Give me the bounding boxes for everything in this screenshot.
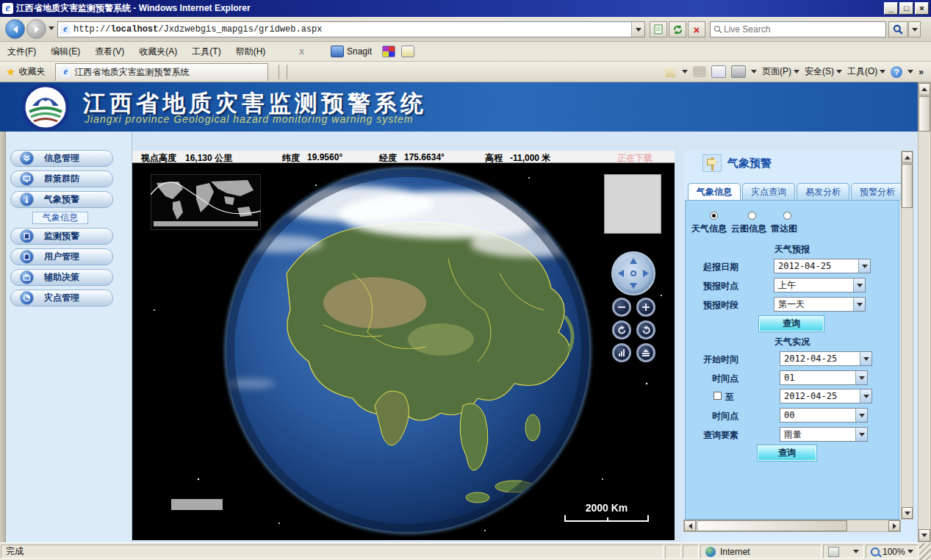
menu-edit[interactable]: 编辑(E)	[43, 43, 87, 61]
combo-arrow-icon[interactable]	[860, 352, 871, 365]
zoom-dropdown[interactable]	[907, 550, 913, 553]
protected-mode-dropdown[interactable]	[853, 550, 859, 553]
forward-button[interactable]	[26, 19, 46, 39]
rss-icon[interactable]	[693, 66, 706, 77]
radio-label-cloud[interactable]: 云图信息	[731, 223, 766, 235]
until-checkbox[interactable]	[713, 392, 722, 400]
search-options-dropdown[interactable]	[908, 21, 921, 37]
pan-down-icon[interactable]	[630, 283, 637, 289]
tilt-bars-button[interactable]	[612, 343, 631, 362]
help-icon[interactable]: ?	[891, 66, 902, 78]
radio-weather-info[interactable]	[710, 212, 718, 220]
home-icon[interactable]	[664, 66, 677, 77]
combo-arrow-icon[interactable]	[855, 371, 867, 384]
query-element-combo[interactable]: 雨量	[780, 427, 868, 442]
pan-right-icon[interactable]	[643, 270, 649, 277]
resize-grip[interactable]	[919, 543, 931, 560]
radio-label-weather[interactable]: 天气信息	[691, 223, 727, 235]
sidebar-subitem-weather-info[interactable]: 气象信息	[32, 212, 88, 224]
favorites-star-icon[interactable]: ★	[6, 65, 15, 79]
page-tab[interactable]: e 江西省地质灾害监测预警系统	[55, 63, 268, 81]
page-vertical-scrollbar[interactable]	[918, 82, 931, 542]
close-button[interactable]: ×	[915, 2, 929, 15]
live-end-hour-combo[interactable]: 00	[780, 408, 868, 423]
combo-arrow-icon[interactable]	[860, 390, 871, 403]
live-end-combo[interactable]: 2012-04-25	[780, 389, 872, 403]
search-input[interactable]	[722, 24, 872, 35]
recent-pages-dropdown[interactable]	[48, 26, 54, 30]
sidebar-item-info-management[interactable]: 信息管理	[10, 150, 113, 167]
compass-box[interactable]	[604, 174, 661, 234]
sidebar-item-user-management[interactable]: 用户管理	[10, 248, 113, 265]
compatibility-view-button[interactable]	[650, 21, 667, 37]
sidebar-item-monitoring-warning[interactable]: 监测预警	[10, 228, 113, 245]
snagit-editor-icon[interactable]	[401, 46, 414, 57]
stop-button[interactable]: ×	[688, 21, 705, 37]
back-button[interactable]	[5, 19, 25, 39]
help-dropdown[interactable]	[907, 70, 913, 73]
pan-control[interactable]	[611, 251, 655, 295]
panel-vertical-scrollbar[interactable]	[901, 151, 913, 520]
world-overview-inset[interactable]	[151, 174, 261, 230]
home-dropdown[interactable]	[682, 70, 688, 73]
rotate-left-button[interactable]	[612, 320, 631, 340]
forecast-query-button[interactable]: 查询	[759, 316, 824, 331]
address-bar[interactable]: e http://localhost/Jxdzwebgis_mapgis/gri…	[57, 21, 645, 37]
forecast-period-combo[interactable]: 第一天	[774, 297, 866, 312]
snagit-capture-icon[interactable]	[382, 46, 395, 57]
menu-favorites[interactable]: 收藏夹(A)	[132, 43, 184, 61]
mail-icon[interactable]	[711, 65, 726, 78]
radio-cloud-image[interactable]	[748, 212, 756, 220]
print-icon[interactable]	[731, 65, 746, 78]
tab-weather-info[interactable]: 气象信息	[688, 183, 741, 201]
combo-arrow-icon[interactable]	[855, 428, 867, 441]
protected-mode-cell[interactable]	[823, 545, 864, 559]
live-hour-combo[interactable]: 01	[780, 370, 868, 385]
refresh-button[interactable]	[669, 21, 686, 37]
sidebar-item-weather-warning[interactable]: 气象预警	[10, 191, 113, 208]
overflow-chevron[interactable]: »	[919, 67, 924, 77]
sidebar-item-mass-prevention[interactable]: 群策群防	[10, 170, 113, 187]
horizon-button[interactable]	[636, 343, 655, 362]
panel-horizontal-scrollbar[interactable]	[683, 520, 901, 532]
toolbar-close-button[interactable]: x	[293, 46, 310, 57]
minimize-button[interactable]: _	[884, 2, 898, 15]
snagit-button[interactable]: Snagit	[326, 44, 376, 59]
tab-susceptibility-analysis[interactable]: 易发分析	[797, 183, 849, 201]
sidebar-item-hazard-point-management[interactable]: 灾点管理	[10, 290, 113, 306]
tools-menu[interactable]: 工具(O)	[847, 65, 885, 78]
combo-arrow-icon[interactable]	[855, 409, 867, 422]
search-go-button[interactable]	[888, 21, 907, 37]
forecast-date-combo[interactable]: 2012-04-25	[774, 259, 871, 273]
menu-file[interactable]: 文件(F)	[0, 43, 43, 61]
zoom-out-button[interactable]	[612, 298, 631, 317]
combo-arrow-icon[interactable]	[853, 298, 865, 311]
menu-help[interactable]: 帮助(H)	[229, 43, 273, 61]
radio-radar-image[interactable]	[783, 212, 791, 220]
sidebar-item-decision-support[interactable]: 辅助决策	[10, 269, 113, 286]
print-dropdown[interactable]	[751, 70, 757, 73]
combo-arrow-icon[interactable]	[858, 259, 870, 273]
search-box[interactable]	[710, 21, 886, 37]
globe-map-view[interactable]: 视点高度 16,130 公里 纬度 19.9560° 经度 175.6634° …	[132, 151, 675, 540]
menu-view[interactable]: 查看(V)	[87, 43, 132, 61]
pan-left-icon[interactable]	[618, 270, 624, 277]
pan-up-icon[interactable]	[630, 258, 637, 264]
zoom-in-button[interactable]	[636, 298, 655, 317]
address-dropdown-button[interactable]	[631, 22, 644, 37]
safety-menu[interactable]: 安全(S)	[805, 65, 842, 78]
combo-arrow-icon[interactable]	[853, 279, 865, 292]
tab-warning-analysis[interactable]: 预警分析	[851, 183, 904, 201]
menu-tools[interactable]: 工具(T)	[184, 43, 228, 61]
maximize-button[interactable]: □	[899, 2, 913, 15]
radio-label-radar[interactable]: 雷达图	[771, 223, 797, 235]
favorites-button[interactable]: 收藏夹	[18, 65, 45, 78]
zoom-control[interactable]: 100%	[866, 545, 919, 559]
live-start-combo[interactable]: 2012-04-25	[780, 351, 872, 366]
pan-center-icon[interactable]	[630, 270, 636, 276]
forecast-time-combo[interactable]: 上午	[774, 278, 866, 292]
rotate-right-button[interactable]	[636, 320, 655, 340]
page-menu[interactable]: 页面(P)	[762, 65, 799, 78]
live-query-button[interactable]: 查询	[758, 445, 816, 461]
tab-hazard-query[interactable]: 灾点查询	[742, 183, 795, 201]
